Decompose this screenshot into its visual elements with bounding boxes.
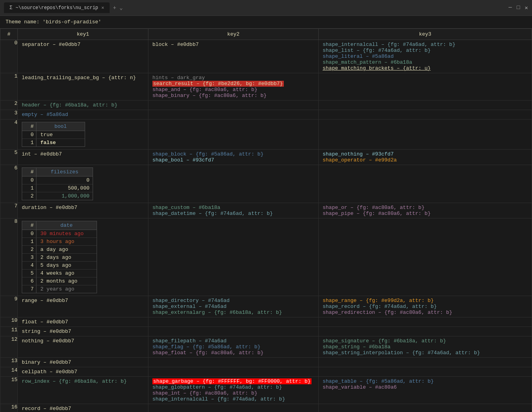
table-row: 11 string – #e0dbb7 — [0, 327, 532, 336]
title-bar: Σ ~\source\repos\forks\nu_scrip ✕ + ⌄ ─ … — [0, 0, 532, 16]
bool-table: # bool 0 true 1 false — [22, 122, 85, 147]
table-row: 4 # bool 0 true 1 false — [0, 120, 532, 150]
tab-menu-button[interactable]: ⌄ — [120, 4, 123, 11]
col-header-hash: # — [0, 29, 18, 40]
window-close-button[interactable]: ✕ — [525, 4, 528, 11]
theme-line: Theme name: 'birds-of-paradise' — [0, 16, 532, 28]
maximize-button[interactable]: □ — [517, 4, 520, 11]
date-table: # date 0 30 minutes ago 1 3 hours ago 2 … — [22, 221, 97, 293]
minimize-button[interactable]: ─ — [509, 4, 512, 11]
table-row: 7 duration – #e0dbb7 shape_custom – #6ba… — [0, 203, 532, 218]
table-row: 3 empty – #5a86ad — [0, 110, 532, 120]
new-tab-button[interactable]: + — [113, 5, 116, 11]
table-row: 0 separator – #e0dbb7 block – #e0dbb7 sh… — [0, 40, 532, 73]
table-row: 15 row_index – {fg: #6ba18a, attr: b} sh… — [0, 377, 532, 404]
data-table: # key1 key2 key3 0 separator – #e0dbb7 b… — [0, 28, 532, 412]
table-row: 8 # date 0 30 minutes ago 1 3 hours ago — [0, 218, 532, 296]
col-header-key3: key3 — [319, 29, 532, 40]
table-row: 16 record – #e0dbb7 — [0, 404, 532, 412]
col-header-key2: key2 — [148, 29, 319, 40]
table-row: 12 nothing – #e0dbb7 shape_filepath – #7… — [0, 336, 532, 358]
table-row: 9 range – #e0dbb7 shape_directory – #74a… — [0, 296, 532, 317]
tab[interactable]: Σ ~\source\repos\forks\nu_scrip ✕ — [4, 2, 110, 13]
table-row: 14 cellpath – #e0dbb7 — [0, 367, 532, 377]
close-icon[interactable]: ✕ — [101, 5, 104, 11]
table-row: 1 leading_trailing_space_bg – {attr: n} … — [0, 73, 532, 101]
table-row: 2 header – {fg: #6ba18a, attr: b} — [0, 101, 532, 110]
col-header-key1: key1 — [18, 29, 148, 40]
tab-label: ~\source\repos\forks\nu_scrip — [15, 5, 98, 11]
table-row: 5 int – #e0dbb7 shape_block – {fg: #5a86… — [0, 150, 532, 165]
window-controls: ─ □ ✕ — [509, 4, 528, 11]
table-row: 10 float – #e0dbb7 — [0, 317, 532, 327]
table-row: 6 # filesizes 0 0 1 500,000 — [0, 165, 532, 203]
table-row: 13 binary – #e0dbb7 — [0, 358, 532, 367]
terminal-icon: Σ — [10, 5, 12, 11]
filesizes-table: # filesizes 0 0 1 500,000 2 1,000,000 — [22, 167, 93, 200]
